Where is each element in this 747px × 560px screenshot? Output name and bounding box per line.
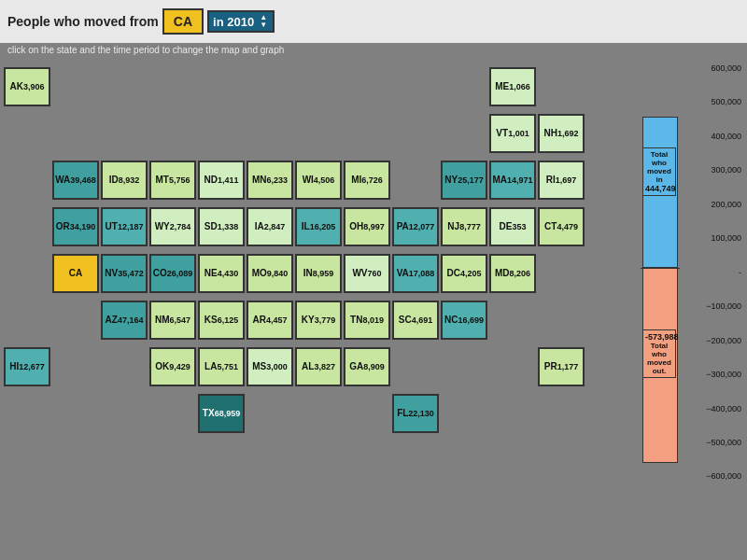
state-value-al: 3,827 (314, 362, 335, 372)
state-abbr-co: CO (153, 268, 167, 279)
state-value-ct: 4,479 (557, 222, 578, 232)
state-abbr-wy: WY (155, 221, 170, 232)
state-abbr-ut: UT (106, 221, 118, 232)
year-down-button[interactable]: ▼ (258, 21, 269, 29)
y-label-neg400k: −400,000 (706, 404, 741, 413)
state-cell-in[interactable]: IN8,959 (295, 254, 342, 293)
state-cell-co[interactable]: CO26,089 (149, 254, 196, 293)
state-cell-nv[interactable]: NV35,472 (101, 254, 148, 293)
state-abbr-ak: AK (10, 81, 23, 92)
state-cell-ar[interactable]: AR4,457 (247, 301, 293, 340)
state-abbr-me: ME (495, 81, 509, 92)
state-value-ky: 3,779 (315, 315, 336, 326)
state-cell-ri[interactable]: RI1,697 (538, 161, 585, 200)
state-value-ok: 9,429 (169, 362, 190, 372)
state-cell-ct[interactable]: CT4,479 (538, 207, 585, 246)
moved-out-annotation: -573,988 Total who moved out. (642, 329, 676, 378)
state-abbr-vt: VT (496, 128, 508, 139)
state-cell-nj[interactable]: NJ8,777 (441, 207, 487, 246)
state-cell-nc[interactable]: NC16,699 (441, 301, 487, 340)
state-cell-mo[interactable]: MO9,840 (247, 254, 293, 293)
state-cell-fl[interactable]: FL22,130 (392, 394, 439, 433)
state-cell-sc[interactable]: SC4,691 (392, 301, 439, 340)
state-cell-dc[interactable]: DC4,205 (441, 254, 487, 293)
state-cell-wi[interactable]: WI4,506 (295, 161, 342, 200)
state-abbr-mo: MO (252, 268, 267, 279)
state-cell-ks[interactable]: KS6,125 (198, 301, 245, 340)
state-cell-ky[interactable]: KY3,779 (295, 301, 342, 340)
state-value-mi: 6,726 (361, 175, 383, 186)
state-value-ks: 6,125 (218, 315, 239, 326)
state-cell-tn[interactable]: TN8,019 (344, 301, 390, 340)
state-abbr-id: ID (109, 175, 119, 186)
map-area: AK3,906ME1,066WA39,468ID8,932MT5,756ND1,… (4, 63, 637, 549)
state-cell-mt[interactable]: MT5,756 (149, 161, 196, 200)
state-cell-ny[interactable]: NY25,177 (441, 161, 487, 200)
state-cell-wy[interactable]: WY2,784 (149, 207, 196, 246)
state-cell-oh[interactable]: OH8,997 (344, 207, 390, 246)
y-label-neg100k: −100,000 (706, 301, 741, 311)
state-cell-az[interactable]: AZ47,164 (101, 301, 148, 340)
state-value-me: 1,066 (509, 82, 530, 92)
state-value-il: 16,205 (310, 222, 336, 232)
state-value-ri: 1,697 (556, 175, 577, 186)
main-content: AK3,906ME1,066WA39,468ID8,932MT5,756ND1,… (0, 60, 747, 553)
state-cell-de[interactable]: DE353 (489, 207, 536, 246)
state-cell-ca[interactable]: CA (52, 254, 99, 293)
state-value-fl: 22,130 (408, 409, 434, 419)
state-cell-ga[interactable]: GA8,909 (344, 347, 390, 386)
state-cell-pa[interactable]: PA12,077 (392, 207, 439, 246)
state-value-de: 353 (512, 222, 526, 232)
state-cell-ne[interactable]: NE4,430 (198, 254, 245, 293)
state-cell-wa[interactable]: WA39,468 (52, 161, 99, 200)
state-cell-va[interactable]: VA17,088 (392, 254, 439, 293)
state-value-sd: 1,338 (218, 222, 239, 232)
state-cell-la[interactable]: LA5,751 (198, 347, 245, 386)
state-cell-ms[interactable]: MS3,000 (247, 347, 293, 386)
state-cell-al[interactable]: AL3,827 (295, 347, 342, 386)
state-cell-il[interactable]: IL16,205 (295, 207, 342, 246)
moved-out-value: -573,988 (645, 332, 673, 342)
state-value-mt: 5,756 (169, 175, 190, 186)
state-cell-nd[interactable]: ND1,411 (198, 161, 245, 200)
state-value-md: 8,206 (510, 269, 531, 279)
state-cell-mn[interactable]: MN6,233 (247, 161, 293, 200)
state-cell-pr[interactable]: PR1,177 (538, 347, 585, 386)
state-cell-me[interactable]: ME1,066 (489, 67, 536, 106)
state-cell-id[interactable]: ID8,932 (101, 161, 148, 200)
state-value-nm: 6,547 (170, 315, 191, 326)
state-abbr-sd: SD (204, 221, 218, 232)
state-cell-sd[interactable]: SD1,338 (198, 207, 245, 246)
state-abbr-ma: MA (492, 175, 507, 186)
state-abbr-tn: TN (350, 315, 362, 326)
state-cell-nm[interactable]: NM6,547 (149, 301, 196, 340)
state-cell-ok[interactable]: OK9,429 (149, 347, 196, 386)
state-cell-vt[interactable]: VT1,001 (489, 114, 536, 153)
state-cell-md[interactable]: MD8,206 (489, 254, 536, 293)
y-label-300k: 300,000 (711, 165, 741, 175)
state-cell-ut[interactable]: UT12,187 (101, 207, 148, 246)
y-label-500k: 500,000 (711, 97, 741, 106)
state-cell-wv[interactable]: WV760 (344, 254, 390, 293)
state-cell-hi[interactable]: HI12,677 (4, 347, 50, 386)
state-abbr-oh: OH (349, 221, 363, 232)
year-spinners[interactable]: ▲ ▼ (258, 14, 269, 29)
chart-area: 600,000 500,000 400,000 300,000 200,000 … (641, 63, 743, 549)
moved-in-label: Total who moved in (645, 150, 673, 184)
state-abbr-ca: CA (69, 268, 82, 279)
state-cell-ak[interactable]: AK3,906 (4, 67, 50, 106)
state-abbr-ms: MS (252, 361, 266, 372)
state-cell-ma[interactable]: MA14,971 (489, 161, 536, 200)
state-cell-ia[interactable]: IA2,847 (247, 207, 293, 246)
state-cell-or[interactable]: OR34,190 (52, 207, 99, 246)
state-value-ga: 8,909 (363, 362, 385, 372)
state-value-ne: 4,430 (218, 269, 239, 279)
state-selector[interactable]: CA (162, 8, 204, 35)
moved-in-annotation: Total who moved in 444,749 (642, 147, 676, 196)
state-cell-nh[interactable]: NH1,692 (538, 114, 585, 153)
zero-line (641, 268, 680, 269)
state-cell-mi[interactable]: MI6,726 (344, 161, 390, 200)
year-selector[interactable]: in 2010 ▲ ▼ (207, 10, 275, 33)
state-abbr-dc: DC (447, 268, 460, 279)
state-cell-tx[interactable]: TX68,959 (198, 394, 245, 433)
